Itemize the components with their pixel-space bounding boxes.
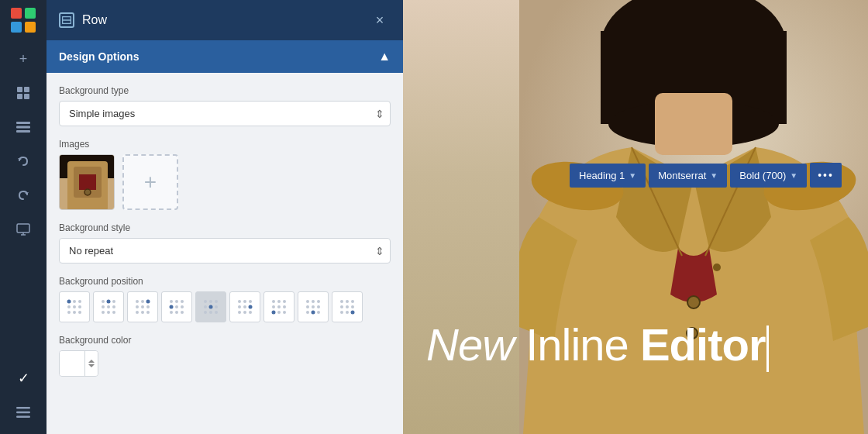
svg-point-66 <box>215 305 218 308</box>
svg-point-79 <box>272 300 275 303</box>
svg-point-49 <box>136 311 139 314</box>
more-options-button[interactable]: ••• <box>810 163 842 188</box>
background-position-field: Background position <box>59 276 391 322</box>
background-style-select[interactable]: No repeat Repeat Repeat X Repeat Y Cover… <box>59 238 391 264</box>
svg-point-91 <box>306 305 309 308</box>
svg-point-39 <box>112 305 115 308</box>
images-row: + <box>59 154 391 210</box>
svg-point-44 <box>141 300 144 303</box>
redo-button[interactable] <box>8 180 39 211</box>
color-swatch-wrapper <box>59 350 98 377</box>
svg-point-117 <box>713 264 721 271</box>
position-bottom-left[interactable] <box>264 291 294 322</box>
svg-point-100 <box>340 305 343 308</box>
svg-rect-10 <box>16 130 30 133</box>
svg-point-57 <box>181 305 184 308</box>
position-bottom-right[interactable] <box>332 291 363 322</box>
position-middle-left[interactable] <box>161 291 192 322</box>
position-middle-center[interactable] <box>195 291 226 322</box>
background-position-grid <box>59 291 391 322</box>
svg-point-78 <box>249 311 252 314</box>
svg-point-95 <box>312 311 315 315</box>
svg-point-47 <box>141 305 144 308</box>
background-style-label: Background style <box>59 222 391 233</box>
svg-rect-3 <box>25 22 36 33</box>
svg-point-102 <box>351 305 354 308</box>
grid-button[interactable] <box>8 78 39 108</box>
app-logo <box>9 6 37 34</box>
svg-point-54 <box>181 300 184 303</box>
svg-point-72 <box>249 300 252 303</box>
svg-rect-23 <box>79 174 96 190</box>
svg-point-83 <box>277 305 281 308</box>
svg-point-69 <box>215 311 218 314</box>
svg-point-29 <box>73 305 76 308</box>
font-weight-label: Bold (700) <box>739 170 786 181</box>
heading-bold: Editor <box>640 319 766 370</box>
svg-point-34 <box>102 300 105 303</box>
svg-point-74 <box>243 305 246 308</box>
svg-point-25 <box>67 300 71 304</box>
heading-normal: Inline <box>514 319 640 370</box>
check-button[interactable]: ✓ <box>8 363 39 394</box>
position-bottom-center[interactable] <box>298 291 329 322</box>
background-type-select[interactable]: Simple images Gradient Video None <box>59 101 391 126</box>
svg-point-61 <box>204 300 207 303</box>
color-swatch-arrows[interactable] <box>84 351 98 376</box>
svg-rect-8 <box>16 122 30 124</box>
svg-point-24 <box>84 189 91 195</box>
svg-point-76 <box>238 311 241 314</box>
svg-point-94 <box>306 311 309 314</box>
svg-point-31 <box>67 311 71 314</box>
position-middle-right[interactable] <box>229 291 260 322</box>
svg-point-33 <box>78 311 81 314</box>
svg-rect-11 <box>17 224 29 232</box>
position-top-center[interactable] <box>93 291 124 322</box>
svg-point-93 <box>317 305 320 308</box>
color-swatch-button[interactable] <box>60 351 84 376</box>
svg-point-37 <box>102 305 105 308</box>
monitor-button[interactable] <box>8 214 39 245</box>
undo-button[interactable] <box>8 146 39 177</box>
position-top-left[interactable] <box>59 291 90 322</box>
position-top-right[interactable] <box>127 291 158 322</box>
svg-point-103 <box>340 311 343 314</box>
svg-point-63 <box>215 300 218 303</box>
background-color-label: Background color <box>59 335 391 346</box>
font-family-arrow: ▼ <box>710 171 718 180</box>
add-image-button[interactable]: + <box>122 154 178 210</box>
svg-rect-4 <box>17 87 22 92</box>
svg-point-65 <box>209 305 213 309</box>
svg-rect-2 <box>11 22 22 33</box>
design-options-section-header[interactable]: Design Options ▲ <box>46 40 403 73</box>
svg-point-77 <box>243 311 246 314</box>
text-cursor <box>766 326 769 372</box>
image-thumbnail-1[interactable] <box>59 154 115 210</box>
svg-rect-7 <box>24 94 29 99</box>
background-style-field: Background style No repeat Repeat Repeat… <box>59 222 391 264</box>
heading-text[interactable]: New Inline Editor <box>426 320 769 372</box>
images-label: Images <box>59 139 391 150</box>
add-element-button[interactable]: + <box>8 43 39 74</box>
svg-rect-0 <box>11 8 22 19</box>
svg-point-98 <box>346 300 349 303</box>
hamburger-menu-button[interactable] <box>8 397 39 428</box>
svg-point-75 <box>249 305 253 309</box>
background-position-label: Background position <box>59 276 391 287</box>
svg-rect-1 <box>25 8 36 19</box>
font-family-button[interactable]: Montserrat ▼ <box>649 164 727 188</box>
panel-close-button[interactable]: × <box>369 9 391 31</box>
svg-point-26 <box>73 300 76 303</box>
svg-point-101 <box>346 305 349 308</box>
layers-button[interactable] <box>8 112 39 143</box>
svg-point-28 <box>67 305 71 308</box>
svg-point-50 <box>141 311 144 314</box>
heading-style-button[interactable]: Heading 1 ▼ <box>570 164 646 188</box>
svg-rect-5 <box>24 87 29 92</box>
font-family-label: Montserrat <box>658 170 706 181</box>
svg-rect-16 <box>16 416 30 418</box>
svg-point-89 <box>312 300 315 303</box>
font-weight-button[interactable]: Bold (700) ▼ <box>730 164 807 188</box>
design-options-panel: Row × Design Options ▲ Background type S… <box>46 0 403 434</box>
svg-point-64 <box>204 305 207 308</box>
